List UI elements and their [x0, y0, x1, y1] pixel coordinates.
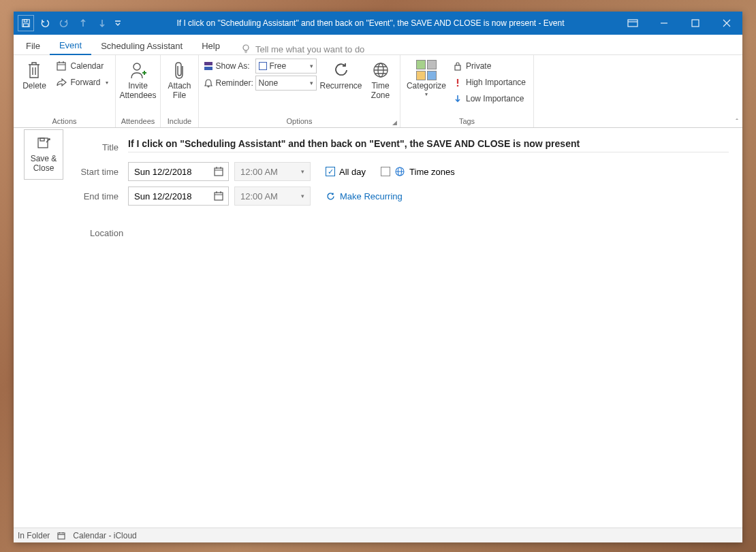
calendar-picker-icon	[213, 166, 224, 177]
timezones-toggle[interactable]: Time zones	[381, 166, 455, 177]
svg-rect-20	[40, 138, 44, 141]
group-attendees-label: Attendees	[116, 115, 160, 127]
attach-label-1: Attach	[168, 82, 191, 91]
low-importance-label: Low Importance	[466, 94, 524, 103]
quick-access-toolbar	[14, 12, 124, 35]
high-importance-button[interactable]: High Importance	[450, 75, 529, 90]
collapse-ribbon-icon[interactable]: ˆ	[736, 118, 738, 126]
all-day-checkbox[interactable]: ✓ All day	[326, 167, 366, 177]
showas-label: Show As:	[216, 61, 253, 71]
delete-label: Delete	[22, 82, 46, 91]
end-date-input[interactable]: Sun 12/2/2018	[128, 186, 229, 206]
reminder-value: None	[259, 78, 279, 88]
group-tags-label: Tags	[400, 115, 533, 127]
window-controls	[617, 12, 742, 35]
timezone-label-2: Zone	[371, 91, 390, 101]
options-dialog-launcher-icon[interactable]: ◢	[392, 119, 397, 126]
ribbon-display-icon[interactable]	[617, 12, 648, 35]
end-time-value: 12:00 AM	[240, 191, 278, 201]
save-close-icon	[36, 136, 51, 151]
reminder-combo[interactable]: None ▾	[255, 76, 317, 91]
showas-combo[interactable]: Free ▾	[255, 59, 317, 74]
recurrence-icon	[332, 59, 351, 82]
save-close-label-1: Save &	[31, 154, 57, 163]
forward-button[interactable]: Forward ▾	[53, 75, 110, 90]
invite-label-2: Attendees	[119, 91, 156, 101]
categorize-icon	[416, 59, 437, 82]
forward-label: Forward	[70, 78, 100, 87]
start-time-value: 12:00 AM	[240, 167, 278, 177]
tab-event[interactable]: Event	[50, 36, 91, 55]
low-importance-button[interactable]: Low Importance	[450, 91, 529, 106]
group-include-label: Include	[161, 115, 198, 127]
lightbulb-icon	[240, 44, 251, 54]
svg-point-13	[457, 85, 459, 87]
tell-me-search[interactable]: Tell me what you want to do	[240, 44, 364, 54]
group-tags: Categorize ▾ Private High Importance Low…	[400, 55, 534, 127]
window-title: If I click on "Scheduling Assistant" and…	[124, 18, 617, 28]
end-date-value: Sun 12/2/2018	[134, 191, 192, 201]
svg-point-7	[133, 63, 140, 70]
svg-rect-2	[24, 24, 29, 27]
down-arrow-icon	[453, 94, 462, 103]
recurrence-button[interactable]: Recurrence	[319, 57, 363, 91]
close-button[interactable]	[711, 12, 742, 35]
lock-icon	[453, 61, 462, 71]
group-actions: Delete Calendar Forward ▾ Actions	[14, 55, 116, 127]
end-time-input[interactable]: 12:00 AM ▾	[234, 186, 311, 206]
person-add-icon	[129, 59, 148, 82]
make-recurring-link[interactable]: Make Recurring	[326, 191, 403, 201]
svg-rect-12	[455, 65, 460, 70]
svg-point-5	[243, 45, 249, 50]
save-and-close-button[interactable]: Save &Close	[24, 129, 63, 180]
start-time-input[interactable]: 12:00 AM ▾	[234, 162, 311, 181]
group-actions-label: Actions	[14, 115, 115, 127]
ribbon-tabs: File Event Scheduling Assistant Help Tel…	[14, 35, 742, 55]
all-day-label: All day	[339, 167, 366, 177]
time-zone-button[interactable]: Time Zone	[366, 57, 396, 101]
private-button[interactable]: Private	[450, 59, 529, 74]
recurrence-small-icon	[326, 191, 336, 201]
status-calendar-name: Calendar - iCloud	[73, 531, 136, 540]
private-label: Private	[466, 61, 491, 71]
calendar-label: Calendar	[70, 61, 104, 71]
status-bar: In Folder Calendar - iCloud	[14, 527, 742, 542]
redo-icon[interactable]	[54, 12, 74, 35]
invite-attendees-button[interactable]: Invite Attendees	[119, 57, 157, 101]
save-icon[interactable]	[18, 15, 34, 31]
globe-icon	[372, 59, 390, 82]
previous-item-icon[interactable]	[74, 12, 93, 35]
trash-icon	[26, 59, 42, 82]
calendar-icon	[56, 61, 67, 71]
start-date-input[interactable]: Sun 12/2/2018	[128, 162, 229, 181]
recurrence-label: Recurrence	[319, 82, 362, 91]
timezone-label-1: Time	[371, 82, 389, 91]
tab-scheduling-assistant[interactable]: Scheduling Assistant	[91, 37, 192, 54]
svg-rect-8	[204, 62, 212, 65]
event-body-editor[interactable]	[14, 245, 742, 527]
title-bar: If I click on "Scheduling Assistant" and…	[14, 12, 742, 35]
end-time-label: End time	[14, 191, 128, 201]
delete-button[interactable]: Delete	[18, 57, 50, 91]
next-item-icon[interactable]	[93, 12, 112, 35]
maximize-button[interactable]	[680, 12, 711, 35]
svg-rect-4	[692, 20, 699, 27]
categorize-label: Categorize	[407, 82, 446, 91]
group-attendees: Invite Attendees Attendees	[116, 55, 161, 127]
svg-rect-1	[24, 20, 27, 22]
group-include: Attach File Include	[161, 55, 199, 127]
svg-rect-9	[204, 67, 212, 70]
categorize-button[interactable]: Categorize ▾	[405, 57, 447, 97]
minimize-button[interactable]	[648, 12, 680, 35]
calendar-button[interactable]: Calendar	[53, 59, 110, 74]
status-in-folder: In Folder	[18, 531, 50, 540]
calendar-picker-icon	[213, 191, 224, 201]
high-importance-label: High Importance	[466, 78, 526, 87]
title-field[interactable]: If I click on "Scheduling Assistant" and…	[128, 138, 729, 149]
qat-customize-icon[interactable]	[112, 12, 124, 35]
attach-file-button[interactable]: Attach File	[164, 57, 195, 101]
tab-help[interactable]: Help	[192, 37, 230, 54]
tab-file[interactable]: File	[16, 37, 50, 54]
undo-icon[interactable]	[35, 12, 54, 35]
svg-rect-17	[215, 193, 223, 200]
